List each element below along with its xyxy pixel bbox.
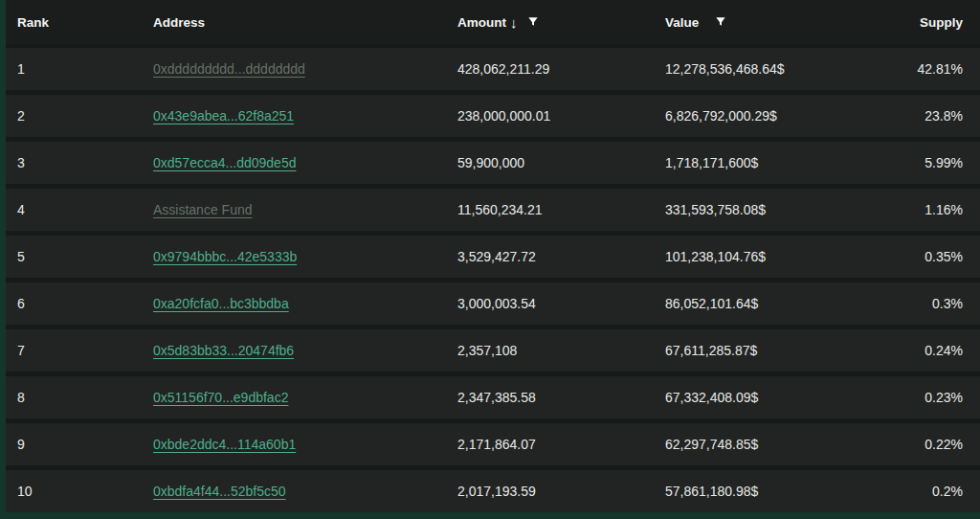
value-filter-funnel-icon[interactable]	[714, 15, 727, 29]
amount-cell: 3,000,003.54	[457, 296, 665, 311]
address-cell: 0xbdfa4f44...52bf5c50	[153, 484, 457, 499]
bottom-accent-border	[0, 512, 980, 519]
table-row: 9 0xbde2ddc4...114a60b1 2,171,864.07 62,…	[6, 423, 980, 465]
value-cell: 62,297,748.85$	[665, 437, 846, 452]
rank-cell: 8	[6, 390, 153, 405]
amount-cell: 2,171,864.07	[457, 437, 665, 452]
table-row: 6 0xa20fcfa0...bc3bbdba 3,000,003.54 86,…	[6, 282, 980, 325]
value-cell: 6,826,792,000.29$	[665, 108, 846, 124]
address-cell: 0x51156f70...e9dbfac2	[153, 390, 457, 405]
column-header-rank: Rank	[6, 15, 153, 30]
richlist-table: Rank Address Amount ↓ Value Supply 1 0xd…	[0, 0, 980, 519]
value-cell: 331,593,758.08$	[665, 202, 846, 217]
address-link[interactable]: 0xbdfa4f44...52bf5c50	[153, 484, 286, 499]
address-cell: 0xddddddddd...dddddddd	[153, 61, 457, 77]
left-accent-border	[0, 0, 6, 519]
value-cell: 86,052,101.64$	[665, 296, 846, 311]
table-row: 4 Assistance Fund 11,560,234.21 331,593,…	[6, 189, 980, 231]
address-link[interactable]: 0x5d83bb33...20474fb6	[153, 343, 294, 358]
supply-cell: 23.8%	[846, 108, 980, 124]
table-header-row: Rank Address Amount ↓ Value Supply	[6, 0, 980, 44]
amount-filter-funnel-icon[interactable]	[526, 15, 540, 29]
rank-cell: 7	[6, 343, 153, 358]
rank-cell: 4	[6, 202, 153, 217]
supply-cell: 5.99%	[846, 155, 980, 170]
value-cell: 12,278,536,468.64$	[665, 61, 846, 77]
address-cell: 0xa20fcfa0...bc3bbdba	[153, 296, 457, 311]
column-header-amount-label[interactable]: Amount	[457, 15, 506, 30]
sort-descending-icon[interactable]: ↓	[510, 15, 518, 30]
table-row: 2 0x43e9abea...62f8a251 238,000,000.01 6…	[6, 95, 980, 137]
column-header-supply: Supply	[846, 15, 980, 30]
supply-cell: 0.22%	[846, 437, 980, 452]
rank-cell: 5	[6, 249, 153, 264]
table-row: 8 0x51156f70...e9dbfac2 2,347,385.58 67,…	[6, 376, 980, 418]
address-cell: 0xbde2ddc4...114a60b1	[153, 437, 457, 452]
rank-cell: 9	[6, 437, 153, 452]
value-cell: 57,861,180.98$	[665, 484, 846, 499]
table-row: 7 0x5d83bb33...20474fb6 2,357,108 67,611…	[6, 329, 980, 372]
address-link[interactable]: 0xddddddddd...dddddddd	[153, 61, 305, 77]
address-link[interactable]: Assistance Fund	[153, 202, 253, 217]
address-cell: 0x43e9abea...62f8a251	[153, 108, 457, 124]
address-link[interactable]: 0x43e9abea...62f8a251	[153, 108, 294, 124]
address-cell: Assistance Fund	[153, 202, 457, 217]
amount-cell: 238,000,000.01	[457, 108, 665, 124]
rank-cell: 2	[6, 108, 153, 124]
amount-cell: 59,900,000	[457, 155, 665, 170]
value-cell: 67,332,408.09$	[665, 390, 846, 405]
supply-cell: 42.81%	[846, 61, 980, 77]
rank-cell: 6	[6, 296, 153, 311]
address-cell: 0x5d83bb33...20474fb6	[153, 343, 457, 358]
column-header-value-label[interactable]: Value	[665, 15, 699, 30]
table-row: 10 0xbdfa4f44...52bf5c50 2,017,193.59 57…	[6, 470, 980, 512]
rank-cell: 3	[6, 155, 153, 170]
address-link[interactable]: 0xd57ecca4...dd09de5d	[153, 155, 296, 170]
supply-cell: 0.23%	[846, 390, 980, 405]
column-header-value: Value	[665, 15, 846, 30]
table: Rank Address Amount ↓ Value Supply 1 0xd…	[6, 0, 980, 512]
amount-cell: 2,347,385.58	[457, 390, 665, 405]
amount-cell: 2,017,193.59	[457, 484, 665, 499]
rank-cell: 10	[6, 484, 153, 499]
address-link[interactable]: 0xa20fcfa0...bc3bbdba	[153, 296, 289, 311]
amount-cell: 2,357,108	[457, 343, 665, 358]
address-link[interactable]: 0xbde2ddc4...114a60b1	[153, 437, 296, 452]
supply-cell: 0.24%	[846, 343, 980, 358]
supply-cell: 0.35%	[846, 249, 980, 264]
supply-cell: 0.3%	[846, 296, 980, 311]
address-cell: 0x9794bbbc...42e5333b	[153, 249, 457, 264]
value-cell: 101,238,104.76$	[665, 249, 846, 264]
rank-cell: 1	[6, 61, 153, 77]
table-body: 1 0xddddddddd...dddddddd 428,062,211.29 …	[6, 48, 980, 512]
table-row: 3 0xd57ecca4...dd09de5d 59,900,000 1,718…	[6, 142, 980, 184]
address-cell: 0xd57ecca4...dd09de5d	[153, 155, 457, 170]
value-cell: 1,718,171,600$	[665, 155, 846, 170]
supply-cell: 0.2%	[846, 484, 980, 499]
amount-cell: 428,062,211.29	[457, 61, 665, 77]
table-row: 1 0xddddddddd...dddddddd 428,062,211.29 …	[6, 48, 980, 90]
table-row: 5 0x9794bbbc...42e5333b 3,529,427.72 101…	[6, 236, 980, 278]
amount-cell: 11,560,234.21	[457, 202, 665, 217]
column-header-amount: Amount ↓	[457, 15, 665, 30]
column-header-address: Address	[153, 15, 457, 30]
address-link[interactable]: 0x51156f70...e9dbfac2	[153, 390, 288, 405]
amount-cell: 3,529,427.72	[457, 249, 665, 264]
value-cell: 67,611,285.87$	[665, 343, 846, 358]
address-link[interactable]: 0x9794bbbc...42e5333b	[153, 249, 297, 264]
supply-cell: 1.16%	[846, 202, 980, 217]
